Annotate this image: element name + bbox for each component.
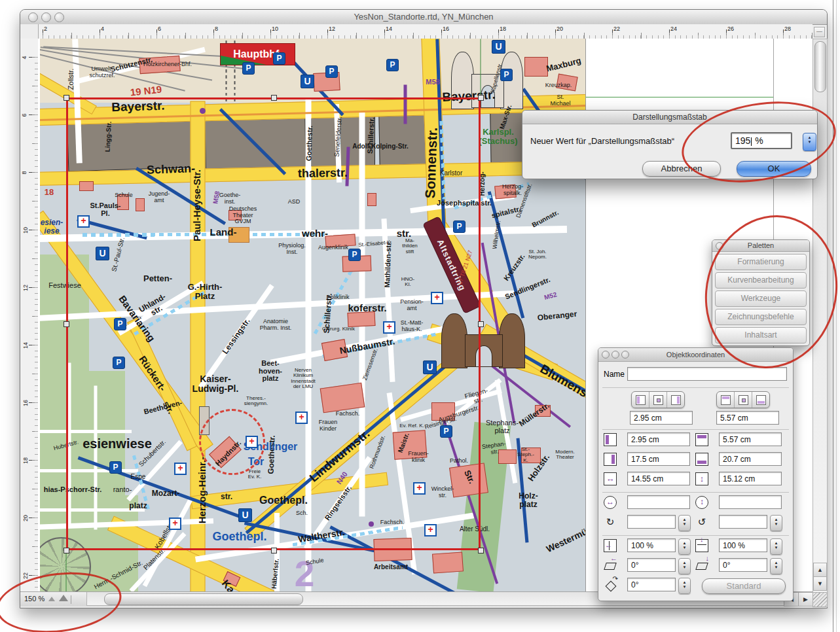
rotate-small-icon: ↻: [604, 516, 617, 529]
divider: [602, 387, 789, 388]
ref-hcenter-segment[interactable]: [649, 392, 667, 408]
map-street-label: Schule: [306, 557, 325, 567]
parking-icon: P: [242, 62, 255, 75]
rotate-large-icon: ↺: [695, 516, 708, 529]
scroll-right-button[interactable]: ▶: [798, 592, 813, 606]
rotation-field-2[interactable]: [719, 515, 767, 529]
selection-handle[interactable]: [478, 321, 484, 327]
scale-x-stepper[interactable]: [678, 538, 691, 555]
map-street-label: M52: [543, 291, 558, 301]
ref-vcenter-segment[interactable]: [735, 392, 752, 408]
selection-handle[interactable]: [64, 548, 69, 553]
map-street-label: Herzog- spitalk.: [502, 184, 523, 196]
ruler-number: 4: [101, 26, 104, 32]
selection-handle[interactable]: [271, 95, 277, 101]
selection-rectangle[interactable]: [66, 97, 481, 550]
left-edge-field[interactable]: 2.95 cm: [627, 432, 690, 446]
map-street-label: Westermühlstr.: [545, 518, 586, 554]
skew-x-icon: [604, 559, 617, 572]
ruler-number: 6: [21, 113, 27, 116]
map-street-label: Karlspl. (Stachus): [479, 128, 517, 146]
horizontal-scrollbar-thumb[interactable]: [104, 593, 303, 605]
window-titlebar[interactable]: YesNon_Standorte.rtd, YN_München: [20, 10, 827, 25]
skew-y-stepper[interactable]: [770, 558, 782, 574]
map-street-label: St. Joh. Nepom.: [528, 249, 547, 260]
palette-minimize-button[interactable]: [612, 351, 619, 359]
horizontal-ruler: 246810121416182022242628: [20, 24, 813, 39]
ruler-number: 14: [386, 26, 392, 32]
y-position-field[interactable]: 5.57 cm: [716, 411, 779, 425]
bottom-edge-field[interactable]: 20.7 cm: [719, 452, 782, 466]
palette-zoom-button[interactable]: [621, 351, 629, 359]
ruler-corner: [20, 24, 39, 39]
skew-x-field[interactable]: 0°: [627, 558, 676, 572]
ruler-number: 22: [22, 572, 29, 579]
ruler-number: 26: [727, 26, 734, 32]
ruler-number: 16: [22, 400, 29, 406]
vertical-reference-selector[interactable]: [716, 391, 770, 408]
ruler-number: 28: [784, 26, 791, 32]
map-street-label: St.- Steph.- K.: [517, 447, 534, 463]
vertical-ruler: 46810121416182022: [20, 39, 39, 591]
name-input[interactable]: [627, 367, 787, 381]
window-title: YesNon_Standorte.rtd, YN_München: [20, 12, 827, 22]
background-line: [836, 0, 837, 632]
map-street-label: M58: [426, 79, 439, 86]
ruler-number: 12: [22, 285, 29, 291]
ruler-number: 8: [215, 26, 218, 32]
selection-handle[interactable]: [64, 321, 69, 327]
rotation-field-1[interactable]: [627, 515, 676, 529]
round-width-field[interactable]: [627, 495, 690, 509]
rotate-object-icon: [604, 578, 617, 591]
round-height-field[interactable]: [719, 495, 782, 509]
horizontal-reference-selector[interactable]: [631, 391, 685, 408]
map-street-label: Modern. Theater: [555, 449, 574, 461]
vertical-scrollbar-thumb[interactable]: [814, 41, 826, 92]
scale-y-stepper[interactable]: [770, 538, 782, 555]
divider: [602, 492, 789, 493]
rotation-stepper-2[interactable]: [770, 515, 782, 531]
object-rotation-field[interactable]: 0°: [627, 578, 676, 591]
ruler-number: 10: [272, 26, 278, 32]
rotation-stepper-1[interactable]: [678, 515, 691, 531]
scale-y-field[interactable]: 100 %: [719, 538, 767, 552]
map-street-label: St. Michael: [548, 94, 573, 107]
map-building: [524, 57, 548, 77]
map-street-label: Kreuzkap.: [545, 82, 572, 89]
ruler-number: 2: [44, 26, 47, 32]
width-field[interactable]: 14.55 cm: [627, 472, 690, 485]
objektkoordinaten-palette: Objektkoordinaten Name 2.95 cm 5.57 cm 2…: [598, 347, 794, 601]
selection-handle[interactable]: [64, 95, 69, 101]
height-field[interactable]: 15.12 cm: [719, 472, 782, 485]
x-position-field[interactable]: 2.95 cm: [630, 411, 693, 425]
scroll-up-button[interactable]: ▲: [813, 563, 827, 577]
scale-x-field[interactable]: 100 %: [627, 538, 676, 552]
ruler-number: 20: [557, 26, 563, 32]
parking-icon: P: [273, 52, 285, 65]
skew-y-field[interactable]: 0°: [719, 558, 767, 572]
ref-right-segment[interactable]: [667, 392, 684, 408]
palette-close-button[interactable]: [602, 351, 610, 359]
map-image[interactable]: Hauptbhf.AltstadtringZollstr.Umwelt- sch…: [40, 39, 586, 591]
resize-grip[interactable]: [813, 592, 828, 607]
parking-icon: P: [500, 69, 513, 81]
ref-bottom-segment[interactable]: [752, 392, 769, 408]
skew-x-stepper[interactable]: [678, 558, 691, 574]
scale-x-icon: [604, 539, 617, 552]
split-pane-widget[interactable]: —: [814, 27, 825, 37]
map-building: [432, 552, 464, 573]
selection-handle[interactable]: [478, 548, 484, 553]
ref-left-segment[interactable]: [632, 392, 649, 408]
selection-guide-horizontal: [586, 97, 773, 97]
object-rotation-stepper[interactable]: [678, 578, 691, 594]
parking-icon: P: [386, 59, 399, 71]
selection-handle[interactable]: [271, 548, 277, 553]
right-edge-field[interactable]: 17.5 cm: [627, 452, 690, 466]
bottom-edge-icon: [695, 453, 708, 466]
standard-button[interactable]: Standard: [702, 578, 786, 594]
ref-top-segment[interactable]: [717, 392, 735, 408]
top-edge-field[interactable]: 5.57 cm: [719, 432, 782, 446]
scroll-down-button[interactable]: ▼: [813, 576, 827, 591]
round-height-icon: ↕: [695, 496, 708, 509]
selection-handle[interactable]: [478, 95, 484, 101]
